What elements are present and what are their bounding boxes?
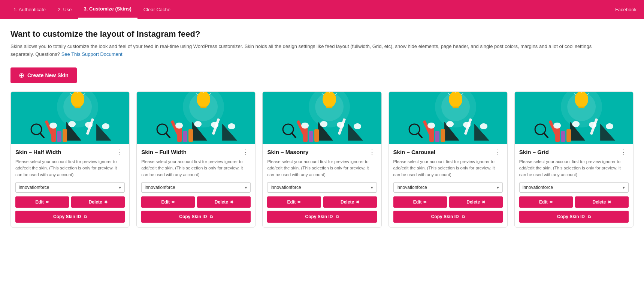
card-description: Please select your account first for pre…: [141, 159, 251, 178]
skin-card: Skin – Carousel ⋮ Please select your acc…: [388, 91, 508, 228]
card-actions: Edit ✏ Delete ✖: [267, 196, 377, 208]
card-title-row: Skin – Carousel ⋮: [393, 149, 503, 156]
svg-point-23: [68, 121, 76, 127]
nav-authenticate[interactable]: 1. Authenticate: [7, 0, 52, 19]
svg-point-46: [228, 123, 235, 129]
svg-point-99: [575, 92, 588, 108]
delete-icon: ✖: [608, 200, 611, 205]
svg-point-118: [606, 123, 613, 129]
delete-icon: ✖: [482, 200, 485, 205]
copy-icon: ⧉: [588, 214, 591, 219]
edit-button[interactable]: Edit ✏: [393, 196, 447, 208]
svg-point-68: [301, 123, 309, 129]
svg-point-75: [449, 92, 462, 108]
card-account-select[interactable]: innovationforce: [393, 182, 503, 193]
card-account-select-wrap: innovationforce ▼: [15, 182, 125, 193]
card-menu-button[interactable]: ⋮: [619, 149, 629, 156]
skins-grid: Skin – Half Width ⋮ Please select your a…: [10, 91, 634, 228]
delete-button[interactable]: Delete ✖: [575, 196, 629, 208]
card-title: Skin – Half Width: [15, 149, 115, 155]
card-title: Skin – Carousel: [393, 149, 493, 155]
delete-button[interactable]: Delete ✖: [197, 196, 251, 208]
svg-point-71: [320, 121, 327, 127]
svg-point-119: [572, 121, 580, 127]
copy-skin-id-button[interactable]: Copy Skin ID ⧉: [519, 211, 629, 223]
copy-skin-id-button[interactable]: Copy Skin ID ⧉: [141, 211, 251, 223]
skin-card: Skin – Full Width ⋮ Please select your a…: [136, 91, 256, 228]
card-account-select-wrap: innovationforce ▼: [267, 182, 377, 193]
card-menu-button[interactable]: ⋮: [493, 149, 503, 156]
nav-use[interactable]: 2. Use: [52, 0, 78, 19]
svg-rect-89: [429, 127, 434, 142]
card-menu-button[interactable]: ⋮: [367, 149, 377, 156]
delete-button[interactable]: Delete ✖: [449, 196, 503, 208]
edit-button[interactable]: Edit ✏: [141, 196, 195, 208]
svg-rect-90: [435, 131, 439, 142]
svg-point-95: [446, 121, 454, 127]
copy-skin-id-button[interactable]: Copy Skin ID ⧉: [393, 211, 503, 223]
svg-rect-18: [57, 131, 61, 142]
card-description: Please select your account first for pre…: [519, 159, 629, 178]
card-account-select-wrap: innovationforce ▼: [393, 182, 503, 193]
svg-rect-113: [555, 127, 560, 142]
svg-point-45: [211, 122, 218, 128]
svg-rect-67: [314, 129, 319, 142]
svg-point-117: [589, 122, 596, 128]
card-description: Please select your account first for pre…: [15, 159, 125, 178]
card-actions: Edit ✏ Delete ✖: [519, 196, 629, 208]
svg-rect-91: [441, 129, 445, 142]
card-body: Skin – Carousel ⋮ Please select your acc…: [389, 144, 507, 227]
svg-point-94: [480, 123, 487, 129]
card-menu-button[interactable]: ⋮: [241, 149, 251, 156]
svg-point-47: [194, 121, 202, 127]
copy-icon: ⧉: [336, 214, 339, 219]
svg-point-51: [323, 92, 336, 108]
svg-point-69: [337, 122, 344, 128]
card-menu-button[interactable]: ⋮: [115, 149, 125, 156]
support-link[interactable]: See This Support Document: [61, 51, 123, 57]
svg-rect-28: [200, 105, 206, 108]
delete-button[interactable]: Delete ✖: [323, 196, 377, 208]
skin-card: Skin – Grid ⋮ Please select your account…: [514, 91, 634, 228]
card-title: Skin – Full Width: [141, 149, 241, 155]
svg-point-44: [175, 123, 183, 129]
svg-point-20: [49, 123, 57, 129]
navigation: 1. Authenticate 2. Use 3. Customize (Ski…: [0, 0, 644, 19]
nav-facebook[interactable]: Facebook: [615, 7, 637, 12]
copy-skin-id-button[interactable]: Copy Skin ID ⧉: [15, 211, 125, 223]
svg-point-70: [354, 123, 361, 129]
copy-skin-id-button[interactable]: Copy Skin ID ⧉: [267, 211, 377, 223]
svg-rect-4: [75, 105, 81, 108]
card-account-select[interactable]: innovationforce: [141, 182, 251, 193]
copy-icon: ⧉: [462, 214, 465, 219]
card-image: [137, 92, 255, 144]
page-title: Want to customize the layout of Instagra…: [10, 29, 634, 39]
edit-button[interactable]: Edit ✏: [15, 196, 69, 208]
nav-clear-cache[interactable]: Clear Cache: [137, 0, 176, 19]
svg-point-21: [85, 122, 93, 128]
svg-point-92: [427, 123, 435, 129]
card-account-select[interactable]: innovationforce: [519, 182, 629, 193]
edit-icon: ✏: [172, 200, 175, 205]
card-body: Skin – Masonry ⋮ Please select your acco…: [263, 144, 381, 227]
card-title-row: Skin – Grid ⋮: [519, 149, 629, 156]
skin-card: Skin – Masonry ⋮ Please select your acco…: [262, 91, 381, 228]
card-description: Please select your account first for pre…: [267, 159, 377, 178]
svg-rect-115: [566, 129, 571, 142]
card-title-row: Skin – Full Width ⋮: [141, 149, 251, 156]
card-account-select[interactable]: innovationforce: [15, 182, 125, 193]
edit-icon: ✏: [423, 200, 427, 205]
edit-button[interactable]: Edit ✏: [519, 196, 573, 208]
card-title-row: Skin – Half Width ⋮: [15, 149, 125, 156]
create-new-skin-button[interactable]: ⊕ Create New Skin: [10, 67, 77, 83]
card-actions: Edit ✏ Delete ✖: [15, 196, 125, 208]
card-title: Skin – Masonry: [267, 149, 367, 155]
edit-icon: ✏: [550, 200, 553, 205]
card-account-select[interactable]: innovationforce: [267, 182, 377, 193]
edit-icon: ✏: [46, 200, 49, 205]
nav-customize[interactable]: 3. Customize (Skins): [78, 0, 137, 19]
edit-button[interactable]: Edit ✏: [267, 196, 321, 208]
delete-button[interactable]: Delete ✖: [71, 196, 125, 208]
svg-point-116: [553, 123, 561, 129]
svg-point-3: [71, 92, 84, 108]
